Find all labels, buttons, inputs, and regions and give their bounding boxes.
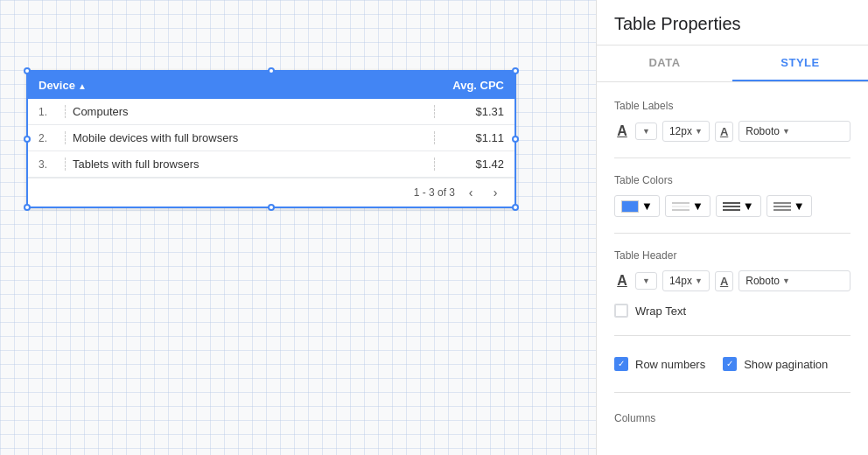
row-numbers-label: Row numbers xyxy=(635,358,705,371)
caret-icon: ▼ xyxy=(695,276,703,285)
table-row: 1. Computers $1.31 xyxy=(28,99,514,125)
header-color-swatch xyxy=(621,200,639,213)
caret-icon: ▼ xyxy=(642,276,650,285)
alt-row-color-btn[interactable]: ▼ xyxy=(665,195,710,217)
handle-bot-right[interactable] xyxy=(512,204,519,211)
tab-style[interactable]: STYLE xyxy=(732,46,868,81)
caret-icon: ▼ xyxy=(692,200,704,213)
tab-data[interactable]: DATA xyxy=(597,46,732,81)
font-color-swatch xyxy=(774,200,791,213)
table-colors-controls: ▼ ▼ ▼ xyxy=(614,195,850,217)
handle-bot-mid[interactable] xyxy=(268,204,275,211)
caret-icon: ▼ xyxy=(641,200,653,213)
font-icon-label-a: A xyxy=(715,122,733,142)
divider xyxy=(614,233,850,234)
handle-mid-left[interactable] xyxy=(24,136,31,143)
table-footer: 1 - 3 of 3 ‹ › xyxy=(28,178,514,206)
panel-tabs: DATA STYLE xyxy=(597,46,868,82)
table-colors-section-label: Table Colors xyxy=(614,174,850,186)
font-size-dropdown-header[interactable]: 14px ▼ xyxy=(662,270,710,291)
font-size-dropdown-labels[interactable]: 12px ▼ xyxy=(662,121,710,142)
properties-panel: Table Properties DATA STYLE Table Labels… xyxy=(597,0,868,455)
caret-icon: ▼ xyxy=(782,127,790,136)
font-icon-header-a: A xyxy=(715,271,733,291)
divider xyxy=(614,392,850,393)
divider xyxy=(614,335,850,336)
table-header: Device▲ Avg. CPC xyxy=(28,72,514,99)
wrap-text-checkbox[interactable] xyxy=(614,304,628,318)
font-color-dropdown-header[interactable]: ▼ xyxy=(635,272,657,290)
caret-icon: ▼ xyxy=(642,127,650,136)
table-labels-section-label: Table Labels xyxy=(614,100,850,112)
border-color-btn[interactable]: ▼ xyxy=(716,195,761,217)
canvas-area: Device▲ Avg. CPC 1. Computers $1.31 2. M… xyxy=(0,0,597,455)
wrap-text-row: Wrap Text xyxy=(614,304,850,318)
handle-bot-left[interactable] xyxy=(24,204,31,211)
columns-section-label: Columns xyxy=(614,405,850,424)
row-numbers-row: Row numbers xyxy=(614,357,705,371)
table-row: 2. Mobile devices with full browsers $1.… xyxy=(28,125,514,151)
handle-top-right[interactable] xyxy=(512,67,519,74)
alt-row-swatch xyxy=(672,200,690,213)
caret-icon: ▼ xyxy=(743,200,754,213)
caret-icon: ▼ xyxy=(782,276,790,285)
show-pagination-checkbox[interactable] xyxy=(723,357,737,371)
wrap-text-label: Wrap Text xyxy=(635,304,686,318)
handle-mid-right[interactable] xyxy=(512,136,519,143)
table-labels-controls: A ▼ 12px ▼ A Roboto ▼ xyxy=(614,121,850,142)
panel-content: Table Labels A ▼ 12px ▼ A Roboto ▼ Table… xyxy=(597,82,868,438)
header-device-col: Device▲ xyxy=(38,79,434,92)
header-cpc-col: Avg. CPC xyxy=(434,79,504,92)
table-row: 3. Tablets with full browsers $1.42 xyxy=(28,151,514,178)
font-family-dropdown-header[interactable]: Roboto ▼ xyxy=(738,270,850,291)
font-icon-labels: A xyxy=(614,123,630,139)
pagination-text: 1 - 3 of 3 xyxy=(414,186,455,199)
font-family-dropdown-labels[interactable]: Roboto ▼ xyxy=(738,121,850,142)
show-pagination-label: Show pagination xyxy=(744,358,828,371)
caret-icon: ▼ xyxy=(695,127,703,136)
table-header-section-label: Table Header xyxy=(614,249,850,262)
show-pagination-row: Show pagination xyxy=(723,357,828,371)
font-color-dropdown-labels[interactable]: ▼ xyxy=(635,122,657,140)
font-icon-header: A xyxy=(614,273,630,289)
divider xyxy=(614,158,850,158)
table-header-controls: A ▼ 14px ▼ A Roboto ▼ xyxy=(614,270,850,291)
font-color-btn[interactable]: ▼ xyxy=(766,195,812,217)
handle-top-left[interactable] xyxy=(24,67,31,74)
header-color-btn[interactable]: ▼ xyxy=(614,195,660,217)
border-swatch xyxy=(723,200,740,213)
caret-icon: ▼ xyxy=(794,200,805,213)
prev-page-button[interactable]: ‹ xyxy=(462,184,480,201)
bottom-options-row: Row numbers Show pagination xyxy=(614,348,850,380)
next-page-button[interactable]: › xyxy=(486,184,504,201)
handle-top-mid[interactable] xyxy=(268,67,275,74)
panel-title: Table Properties xyxy=(597,0,868,46)
table-widget[interactable]: Device▲ Avg. CPC 1. Computers $1.31 2. M… xyxy=(26,70,516,208)
row-numbers-checkbox[interactable] xyxy=(614,357,628,371)
